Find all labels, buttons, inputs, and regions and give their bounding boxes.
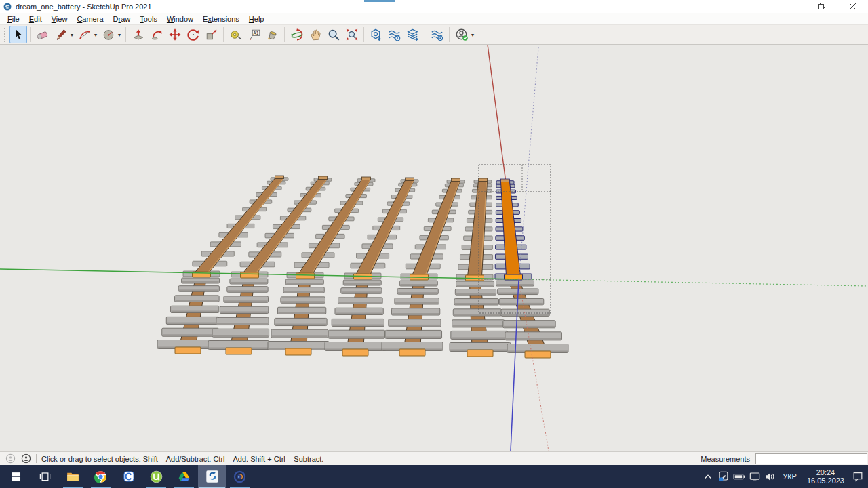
toolbar-drag-handle[interactable] [3,27,7,42]
title-bar: dream_one_battery - SketchUp Pro 2021 [0,0,868,13]
follow-me-tool-icon[interactable] [148,26,165,43]
menu-camera[interactable]: Camera [72,14,108,24]
paint-bucket-tool-icon[interactable] [264,26,281,43]
taskbar-chrome-icon[interactable] [87,465,115,488]
language-indicator[interactable]: УКР [778,472,802,481]
menu-tools[interactable]: Tools [135,14,162,24]
select-tool-icon[interactable] [9,26,27,43]
taskbar: УКР 20:24 16.05.2023 [0,465,868,488]
network-display-icon[interactable] [747,465,762,488]
measurements-input[interactable] [755,453,867,464]
taskbar-task-view-icon[interactable] [31,465,59,488]
sketchup-app-icon [3,3,12,11]
push-pull-tool-icon[interactable] [130,26,147,43]
credits-icon[interactable] [21,453,31,464]
measurements-separator [690,454,690,463]
line-tool-icon[interactable] [52,26,70,43]
taskbar-sketchup-icon[interactable] [198,465,226,488]
zoom-extents-tool-icon[interactable] [343,26,361,43]
menu-extensions[interactable]: Extensions [198,14,244,24]
pan-tool-icon[interactable] [307,26,324,43]
menu-edit[interactable]: Edit [24,14,47,24]
toolbar-separator [284,27,285,42]
minimize-button[interactable] [776,0,807,13]
ext-layers-export-tool-icon[interactable] [404,26,422,43]
taskbar-utorrent-icon[interactable] [142,465,170,488]
taskbar-file-explorer-icon[interactable] [59,465,87,488]
menu-bar: FileEditViewCameraDrawToolsWindowExtensi… [0,13,868,25]
measurements-label: Measurements [701,455,750,463]
clock-date: 16.05.2023 [807,476,844,485]
zoom-tool-icon[interactable] [325,26,342,43]
toolbar-separator [363,27,364,42]
system-tray: УКР 20:24 16.05.2023 [700,465,868,488]
3d-viewport[interactable] [0,45,868,451]
restore-button[interactable] [807,0,837,13]
toolbar-separator [223,27,224,42]
pen-input-icon[interactable] [715,465,731,488]
volume-icon[interactable] [762,465,778,488]
menu-help[interactable]: Help [244,14,269,24]
battery-icon[interactable] [731,465,747,488]
tape-measure-tool-icon[interactable] [227,26,245,43]
window-title: dream_one_battery - SketchUp Pro 2021 [16,3,152,11]
circle-dropdown-arrow[interactable]: ▾ [117,32,122,38]
scale-tool-icon[interactable] [203,26,220,43]
ext-component-import-tool-icon[interactable] [368,26,385,43]
sign-in-tool-icon[interactable] [453,26,471,43]
clock[interactable]: 20:24 16.05.2023 [802,468,850,485]
taskbar-apps [0,465,254,488]
menu-draw[interactable]: Draw [108,14,136,24]
move-tool-icon[interactable] [166,26,184,43]
taskbar-google-drive-icon[interactable] [170,465,198,488]
arc-dropdown-arrow[interactable]: ▾ [93,32,98,38]
clock-time: 20:24 [807,468,844,476]
taskbar-start-icon[interactable] [0,465,31,488]
hidden-icons-chevron-icon[interactable] [700,465,715,488]
toolbar-separator [449,27,450,42]
eraser-tool-icon[interactable] [34,26,52,43]
action-center-icon[interactable] [850,465,865,488]
toolbar-separator [30,27,31,42]
arc-tool-icon[interactable] [76,26,94,43]
menu-file[interactable]: File [3,14,24,24]
ext-waves-gear-tool-icon[interactable] [429,26,446,43]
taskbar-c-shield-icon[interactable] [115,465,142,488]
taskbar-updater-icon[interactable] [226,465,254,488]
screen-artifact-blue-strip [364,0,395,2]
toolbar-separator [425,27,425,42]
orbit-tool-icon[interactable] [288,26,306,43]
line-dropdown-arrow[interactable]: ▾ [69,32,75,38]
text-tool-icon[interactable]: A1 [245,26,263,43]
ext-waves-clock-tool-icon[interactable] [386,26,403,43]
geolocation-icon[interactable] [5,453,16,464]
rotate-tool-icon[interactable] [184,26,202,43]
status-hint: Click or drag to select objects. Shift =… [41,455,323,463]
sign-in-dropdown-arrow[interactable]: ▾ [470,32,475,38]
menu-view[interactable]: View [47,14,73,24]
status-bar: Click or drag to select objects. Shift =… [0,451,868,465]
toolbar: ▾▾▾A1▾ [0,25,868,45]
circle-tool-icon[interactable] [100,26,117,43]
toolbar-separator [125,27,126,42]
statusbar-separator [36,454,37,463]
menu-window[interactable]: Window [162,14,198,24]
close-button[interactable] [837,0,868,13]
svg-text:A1: A1 [253,30,258,35]
